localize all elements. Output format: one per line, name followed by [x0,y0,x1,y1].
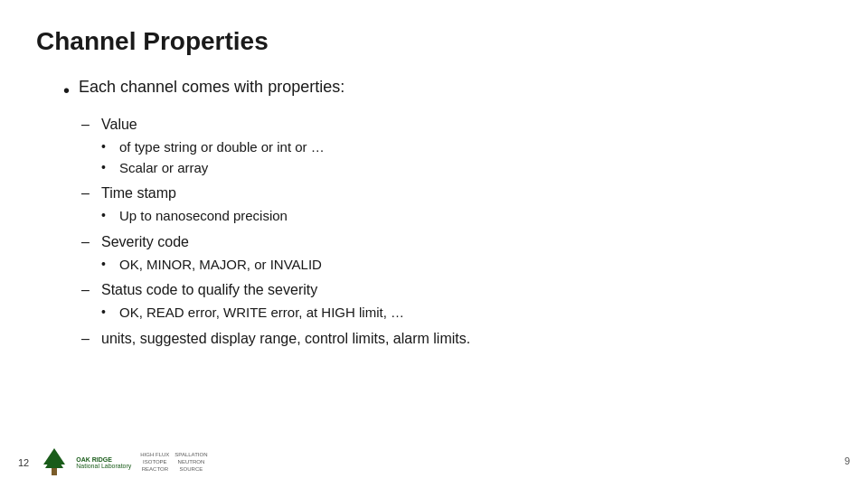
sub-item-container: – Status code to qualify the severity • … [81,279,404,325]
dash-icon: – [81,183,98,204]
slide-number: 9 [844,455,850,466]
sub-sub-text: Scalar or array [119,158,208,179]
main-bullet-text: Each channel comes with properties: [79,78,344,97]
list-item: • OK, READ error, WRITE error, at HIGH l… [101,303,404,324]
main-bullet: • Each channel comes with properties: [63,78,832,103]
footer-logos-right: HIGH FLUX ISOTOPE REACTOR SPALLATION NEU… [140,452,207,473]
list-item: – Value • of type string or double or in… [81,114,832,180]
sub-item-label: Status code to qualify the severity [101,279,317,301]
bullet-dot: • [101,303,116,322]
page-number: 12 [18,457,29,468]
sub-sub-list: • OK, READ error, WRITE error, at HIGH l… [81,303,404,324]
sub-item-container: – Severity code • OK, MINOR, MAJOR, or I… [81,231,322,277]
sub-item-container: – Time stamp • Up to nanosecond precisio… [81,183,288,229]
sub-item-container: – Value • of type string or double or in… [81,114,325,180]
list-item: • Up to nanosecond precision [101,206,288,227]
sub-sub-text: OK, MINOR, MAJOR, or INVALID [119,255,322,276]
footer-left: 12 OAK RIDGE National Laboratory HIGH FL… [18,446,207,479]
sub-item-label: units, suggested display range, control … [101,328,470,350]
sub-list: – Value • of type string or double or in… [63,114,832,350]
sub-sub-text: OK, READ error, WRITE error, at HIGH lim… [119,303,404,324]
main-bullet-dot: • [63,78,70,103]
list-item: • of type string or double or int or … [101,137,325,158]
sub-sub-list: • of type string or double or int or … •… [81,137,325,178]
slide-title: Channel Properties [36,27,832,56]
footer: 12 OAK RIDGE National Laboratory HIGH FL… [0,446,868,479]
sub-sub-text: Up to nanosecond precision [119,206,288,227]
sub-item-label: Time stamp [101,183,176,204]
bullet-dot: • [101,255,116,274]
list-item: • Scalar or array [101,158,325,179]
slide: Channel Properties • Each channel comes … [0,0,868,488]
lab-name-text: OAK RIDGE National Laboratory [76,456,131,469]
list-item: – Severity code • OK, MINOR, MAJOR, or I… [81,231,832,277]
lab-name-line2: National Laboratory [76,463,131,469]
list-item: • OK, MINOR, MAJOR, or INVALID [101,255,322,276]
bullet-dot: • [101,137,116,156]
hfir-logo-text: HIGH FLUX ISOTOPE REACTOR [140,452,169,473]
svg-rect-2 [52,468,57,475]
footer-logo: OAK RIDGE National Laboratory [38,446,131,479]
dash-icon: – [81,114,98,136]
sub-sub-list: • OK, MINOR, MAJOR, or INVALID [81,255,322,276]
list-item: – Time stamp • Up to nanosecond precisio… [81,183,832,229]
sub-item-label: Severity code [101,231,189,253]
bullet-dot: • [101,158,116,177]
slide-content: • Each channel comes with properties: – … [36,78,832,350]
dash-icon: – [81,231,98,253]
sub-sub-text: of type string or double or int or … [119,137,325,158]
bullet-dot: • [101,206,116,225]
sub-item-label: Value [101,114,137,136]
sub-sub-list: • Up to nanosecond precision [81,206,288,227]
lab-name-line1: OAK RIDGE [76,456,131,463]
list-item: – Status code to qualify the severity • … [81,279,832,325]
list-item: – units, suggested display range, contro… [81,328,832,350]
dash-icon: – [81,279,98,301]
oak-ridge-tree-icon [38,446,71,479]
dash-icon: – [81,328,98,350]
sns-logo-text: SPALLATION NEUTRON SOURCE [175,452,207,473]
